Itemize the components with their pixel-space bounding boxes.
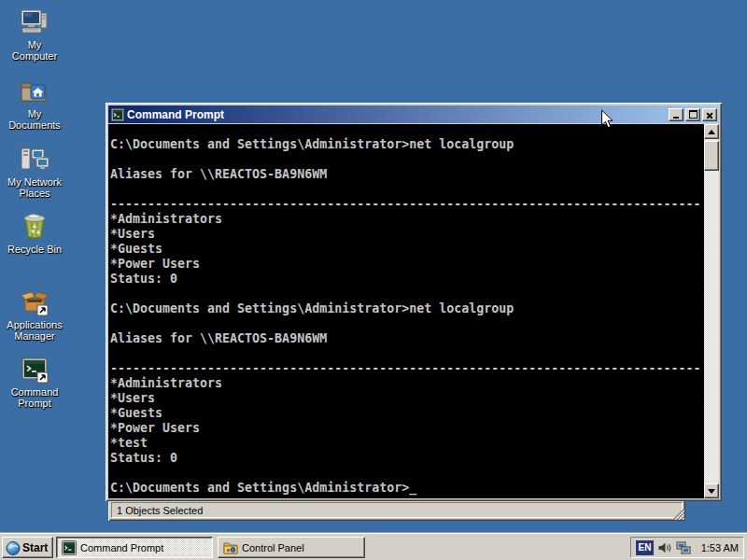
desktop-icon-my-documents[interactable]: My Documents [0, 77, 69, 133]
terminal-line: *Guests [110, 242, 704, 257]
desktop-icon-applications-manager[interactable]: Applications Manager [0, 287, 69, 343]
terminal-line: *Users [110, 391, 704, 406]
terminal-line: *Power Users [110, 421, 704, 436]
clock: 1:53 AM [701, 542, 739, 553]
status-text: 1 Objects Selected [117, 505, 203, 516]
terminal-line: C:\Documents and Settings\Administrator>… [110, 137, 704, 152]
control-panel-icon [223, 540, 238, 555]
command-prompt-window: Command Prompt C:\Documents and Settings… [106, 103, 722, 501]
terminal-icon [111, 108, 124, 121]
desktop-icon-my-network-places[interactable]: My Network Places [0, 145, 69, 201]
desktop-icon-command-prompt[interactable]: Command Prompt [0, 355, 69, 411]
terminal-line: *Guests [110, 406, 704, 421]
close-button[interactable] [702, 108, 717, 121]
terminal-line: *Administrators [110, 376, 704, 391]
terminal-line [110, 287, 704, 301]
window-title: Command Prompt [127, 108, 667, 121]
taskbar: Start Command Prompt Control Panel EN [0, 532, 747, 560]
recycle-bin-icon [20, 210, 49, 240]
network-icon[interactable] [676, 540, 691, 555]
terminal-line: C:\Documents and Settings\Administrator>… [110, 481, 704, 496]
desktop-icon-label: My Computer [7, 39, 63, 62]
terminal-line: ----------------------------------------… [110, 361, 704, 376]
language-indicator[interactable]: EN [636, 540, 654, 555]
terminal-line [110, 152, 704, 167]
terminal-line: *Power Users [110, 257, 704, 272]
scroll-down-button[interactable] [704, 483, 719, 498]
terminal-screen[interactable]: C:\Documents and Settings\Administrator>… [108, 124, 704, 498]
applications-manager-icon [20, 287, 49, 317]
title-bar[interactable]: Command Prompt [108, 105, 719, 123]
desktop-icon-label: Recycle Bin [7, 244, 62, 255]
volume-icon[interactable] [657, 540, 672, 555]
scroll-up-button[interactable] [704, 124, 719, 139]
terminal-icon [62, 540, 77, 555]
my-computer-icon [20, 7, 49, 37]
terminal-line [110, 466, 704, 481]
command-prompt-icon [20, 355, 49, 385]
desktop-icon-label: Command Prompt [7, 386, 63, 409]
my-network-places-icon [20, 145, 49, 175]
terminal-line: Status: 0 [110, 451, 704, 466]
system-tray: EN 1:53 AM [630, 537, 744, 558]
scrollbar-thumb[interactable] [704, 141, 719, 171]
task-button-label: Command Prompt [80, 542, 163, 553]
task-button-label: Control Panel [242, 542, 304, 553]
reactos-logo-icon [6, 540, 21, 555]
desktop-icon-label: My Documents [7, 108, 63, 131]
terminal-line: *Users [110, 227, 704, 242]
terminal-line: *test [110, 436, 704, 451]
my-documents-icon [20, 77, 49, 106]
task-button-command-prompt[interactable]: Command Prompt [56, 537, 213, 558]
desktop-icon-label: Applications Manager [7, 319, 63, 342]
terminal-line [110, 182, 704, 197]
desktop-icon-my-computer[interactable]: My Computer [0, 7, 69, 63]
terminal-line: C:\Documents and Settings\Administrator>… [110, 301, 704, 316]
terminal-line: *Administrators [110, 212, 704, 227]
desktop-icon-label: My Network Places [7, 176, 63, 199]
desktop: { "colors": { "desktop": "#3A6EA5", "chr… [0, 0, 747, 560]
resize-grip-icon[interactable] [672, 508, 684, 520]
terminal-line: Aliases for \\REACTOS-BA9N6WM [110, 331, 704, 346]
terminal-line [110, 346, 704, 361]
terminal-line [110, 316, 704, 331]
terminal-line: ----------------------------------------… [110, 197, 704, 212]
mouse-cursor [600, 109, 614, 130]
task-button-control-panel[interactable]: Control Panel [218, 537, 365, 558]
start-button[interactable]: Start [2, 537, 53, 558]
terminal-client: C:\Documents and Settings\Administrator>… [108, 124, 719, 498]
terminal-line: Status: 0 [110, 272, 704, 287]
desktop-icon-recycle-bin[interactable]: Recycle Bin [0, 210, 69, 257]
minimize-button[interactable] [669, 108, 684, 121]
maximize-button[interactable] [685, 108, 700, 121]
start-label: Start [22, 541, 48, 554]
terminal-line: Aliases for \\REACTOS-BA9N6WM [110, 167, 704, 182]
scrollbar[interactable] [704, 124, 719, 498]
status-bar: 1 Objects Selected [111, 502, 683, 518]
